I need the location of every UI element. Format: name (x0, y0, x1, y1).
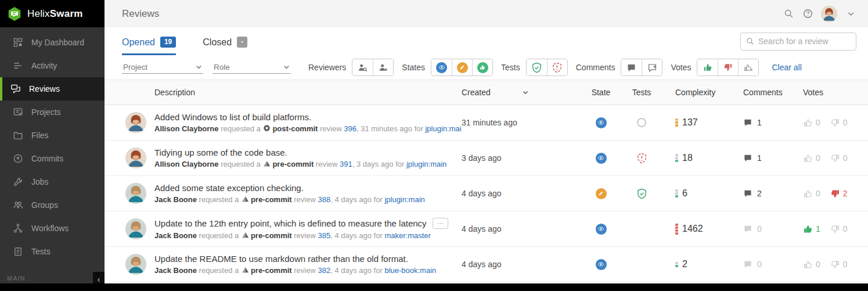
author-avatar[interactable] (125, 218, 146, 239)
no-comments-filter-button[interactable] (642, 59, 662, 76)
tests-fail-icon[interactable] (636, 153, 647, 164)
upvote[interactable]: 0 (803, 189, 820, 199)
review-row[interactable]: Added Windows to list of build platforms… (105, 105, 868, 141)
review-row[interactable]: Update to the 12th entry point, which is… (105, 211, 868, 247)
sidebar-item-jobs[interactable]: Jobs (0, 170, 105, 193)
upvote-count: 1 (816, 224, 820, 233)
review-author[interactable]: Allison Clayborne (154, 160, 219, 168)
review-id-link[interactable]: 385 (318, 231, 330, 240)
author-avatar[interactable] (125, 148, 146, 168)
branch-link[interactable]: jplugin:main (384, 195, 424, 204)
upvote[interactable]: 1 (803, 224, 820, 234)
role-filter-dropdown[interactable]: Role (213, 61, 291, 74)
downvote[interactable]: 0 (830, 224, 848, 234)
state-needs-revision-icon[interactable] (596, 188, 607, 199)
downvote[interactable]: 0 (830, 118, 848, 128)
review-row[interactable]: Tidying up some of the code base. Alliso… (105, 141, 868, 176)
comments-cell[interactable]: 1 (729, 153, 790, 163)
comments-cell[interactable]: 0 (729, 224, 790, 233)
sidebar-item-reviews[interactable]: Reviews (0, 77, 105, 100)
state-needs-review-icon[interactable] (596, 153, 607, 164)
thumbs-down-icon (830, 189, 840, 199)
comments-cell[interactable]: 1 (729, 118, 790, 127)
reviewer-none-filter-button[interactable] (373, 59, 393, 76)
downvote[interactable]: 2 (830, 189, 848, 199)
sidebar-item-files[interactable]: Files (0, 124, 105, 147)
sidebar-item-commits[interactable]: Commits (0, 147, 105, 170)
activity-icon (13, 60, 23, 71)
comments-cell[interactable]: 2 (729, 189, 790, 198)
author-avatar[interactable] (125, 112, 146, 133)
helix-swarm-logo-icon (7, 6, 22, 21)
downvoted-filter-button[interactable] (718, 59, 738, 76)
sidebar-item-workflows[interactable]: Workflows (0, 217, 105, 240)
tests-pass-filter-button[interactable] (527, 59, 547, 76)
downvote[interactable]: 0 (830, 153, 848, 163)
review-title[interactable]: Added some state exception checking. (154, 183, 304, 193)
upvote[interactable]: 0 (803, 260, 820, 270)
state-needs-review-icon[interactable] (596, 117, 607, 128)
branch-link[interactable]: maker:master (384, 231, 430, 240)
branch-link[interactable]: jplugin:main (406, 160, 446, 168)
sidebar-item-groups[interactable]: Groups (0, 193, 105, 217)
user-avatar[interactable] (821, 6, 837, 22)
review-title[interactable]: Added Windows to list of build platforms… (154, 112, 311, 122)
help-icon[interactable] (802, 8, 813, 20)
branch-link[interactable]: jplugin:main (425, 124, 462, 133)
author-avatar[interactable] (125, 254, 146, 275)
needs-review-eye-icon (436, 62, 447, 73)
review-row[interactable]: Added some state exception checking. Jac… (105, 176, 868, 211)
thumbs-up-icon (803, 118, 813, 128)
created-cell: 3 days ago (462, 153, 584, 163)
reviewer-search-filter-button[interactable] (352, 59, 373, 76)
sort-descending-icon[interactable] (522, 89, 529, 96)
tab-opened[interactable]: Opened 19 (122, 27, 176, 55)
state-needs-review-filter-button[interactable] (431, 59, 452, 76)
review-title[interactable]: Tidying up some of the code base. (154, 148, 287, 157)
review-id-link[interactable]: 391 (340, 160, 352, 168)
has-comments-filter-button[interactable] (621, 59, 642, 76)
sidebar-item-activity[interactable]: Activity (0, 54, 105, 77)
search-icon[interactable] (783, 8, 794, 20)
state-needs-review-icon[interactable] (596, 259, 607, 270)
review-id-link[interactable]: 382 (318, 266, 330, 275)
comments-cell[interactable]: 0 (729, 260, 790, 269)
review-author[interactable]: Jack Boone (154, 266, 197, 275)
downvote[interactable]: 0 (830, 260, 848, 270)
review-title[interactable]: Update the README to use markdown rather… (154, 254, 408, 264)
review-title[interactable]: Update to the 12th entry point, which is… (154, 218, 427, 228)
review-word: review (292, 231, 318, 240)
review-author[interactable]: Jack Boone (154, 231, 197, 240)
expand-description-button[interactable]: ⋯ (433, 218, 448, 229)
review-author[interactable]: Jack Boone (154, 195, 197, 204)
upvote[interactable]: 0 (803, 153, 820, 163)
no-vote-filter-button[interactable] (738, 59, 758, 76)
sidebar-item-my-dashboard[interactable]: My Dashboard (0, 31, 105, 54)
review-search-input[interactable] (758, 37, 851, 46)
author-avatar[interactable] (125, 183, 146, 204)
state-approved-filter-button[interactable] (472, 59, 492, 76)
projects-icon (13, 107, 23, 117)
state-needs-revision-filter-button[interactable] (452, 59, 472, 76)
tests-cell (618, 118, 665, 127)
main-content: Reviews Opened 19 (105, 0, 868, 291)
review-id-link[interactable]: 388 (318, 195, 330, 204)
review-row[interactable]: Update the README to use markdown rather… (105, 247, 868, 282)
upvoted-filter-button[interactable] (697, 59, 718, 76)
column-header-created[interactable]: Created (462, 88, 584, 97)
tab-closed[interactable]: Closed - (203, 27, 247, 55)
review-author[interactable]: Allison Clayborne (154, 124, 219, 133)
tests-pass-icon[interactable] (636, 188, 647, 199)
state-needs-review-icon[interactable] (596, 224, 607, 235)
sidebar-item-label: Workflows (31, 224, 69, 233)
brand-logo[interactable]: HelixSwarm (0, 0, 105, 27)
review-id-link[interactable]: 396 (344, 124, 356, 133)
project-filter-dropdown[interactable]: Project (122, 61, 203, 74)
tests-fail-filter-button[interactable] (547, 59, 567, 76)
upvote[interactable]: 0 (803, 118, 820, 128)
sidebar-item-tests[interactable]: Tests (0, 240, 105, 263)
sidebar-item-projects[interactable]: Projects (0, 100, 105, 124)
branch-link[interactable]: blue-book:main (384, 266, 436, 275)
chevron-down-icon[interactable] (845, 8, 856, 20)
clear-all-filters-link[interactable]: Clear all (772, 63, 801, 72)
